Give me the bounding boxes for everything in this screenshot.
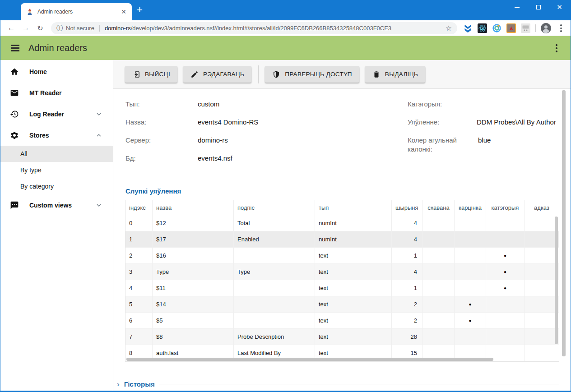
browser-menu-icon[interactable] — [557, 23, 565, 34]
bookmark-star-icon[interactable]: ☆ — [446, 24, 452, 32]
column-header: тып — [315, 200, 392, 215]
browser-tab[interactable]: Admin readers ✕ — [21, 3, 132, 20]
table-cell: Type — [234, 264, 315, 280]
sidebar-item-mt-reader[interactable]: MT Reader — [0, 82, 113, 103]
table-cell — [455, 215, 486, 231]
table-row: 6$5text2● — [125, 313, 559, 329]
extension-pdf-icon[interactable] — [506, 23, 516, 33]
gear-icon — [10, 131, 19, 140]
page-scrollbar[interactable] — [562, 90, 566, 356]
trash-icon — [372, 70, 381, 78]
url-path: /develop/dev3/adminreaders.nsf//index.ht… — [131, 25, 391, 32]
table-cell: 2 — [392, 296, 423, 312]
chevron-down-icon[interactable] — [95, 110, 103, 118]
table-cell: numInt — [315, 231, 392, 247]
table-cell — [423, 329, 455, 345]
extension-capture-icon[interactable] — [521, 23, 530, 33]
table-cell — [525, 248, 559, 263]
check-access-button[interactable]: ПРАВЕРЫЦЬ ДОСТУП — [265, 66, 359, 83]
table-vertical-scrollbar[interactable] — [555, 217, 558, 344]
exit-button[interactable]: ВЫЙСЦІ — [125, 66, 177, 83]
tab-close-icon[interactable]: ✕ — [121, 8, 126, 15]
table-header-row: індэксназваподпістыпшырынясхаванакарцінк… — [125, 200, 559, 215]
edit-button[interactable]: РЭДАГАВАЦЬ — [183, 66, 251, 83]
button-label: РЭДАГАВАЦЬ — [203, 71, 244, 78]
divider — [535, 24, 536, 32]
button-label: ВЫДАЛІЦЬ — [385, 71, 418, 78]
sidebar-subitem-label: All — [20, 150, 28, 157]
sidebar-item-label: Custom views — [29, 202, 72, 209]
sidebar-item-custom-views[interactable]: Custom views — [0, 194, 113, 216]
new-tab-button[interactable]: + — [137, 4, 143, 16]
sidebar: Home MT Reader Log Reader Stores All By … — [0, 60, 113, 391]
sidebar-subitem-by-type[interactable]: By type — [0, 162, 113, 178]
table-cell: $8 — [153, 329, 234, 345]
column-header: катэгорыя — [486, 200, 525, 215]
app-header: Admin readers — [0, 36, 571, 60]
table-row: 2$16text1● — [125, 248, 559, 264]
url-domain: domino-rs — [105, 25, 131, 32]
extension-double-chevron-icon[interactable] — [463, 23, 473, 33]
table-cell — [234, 296, 315, 312]
tab-title: Admin readers — [37, 9, 121, 15]
field-label-column-color: Колер агульнай калонкі: — [408, 136, 465, 154]
table-cell: 7 — [125, 329, 153, 345]
app-menu-icon[interactable] — [553, 42, 560, 54]
table-cell — [423, 215, 455, 231]
chevron-right-icon[interactable]: › — [117, 380, 120, 388]
main-content: Тып: custom Назва: events4 Domino-RS Сер… — [113, 89, 571, 391]
table-cell: 3 — [125, 264, 153, 280]
table-cell: $17 — [153, 231, 234, 247]
divider — [185, 191, 559, 191]
button-label: ВЫЙСЦІ — [145, 71, 170, 78]
back-icon[interactable]: ← — [5, 20, 18, 36]
info-icon[interactable]: ⓘ — [56, 24, 63, 32]
refresh-icon[interactable]: ↻ — [34, 20, 46, 36]
table-cell: text — [315, 264, 392, 280]
table-cell: Total — [234, 215, 315, 231]
table-cell: 2 — [125, 248, 153, 263]
table-cell — [455, 248, 486, 263]
chevron-down-icon[interactable] — [95, 201, 103, 209]
table-cell: text — [315, 296, 392, 312]
chat-dots-icon — [10, 201, 19, 210]
field-value-view: DDM Probes\All By Author — [477, 118, 558, 127]
table-cell — [525, 313, 559, 328]
browser-navbar: ← → ↻ ⓘ Not secure domino-rs/develop/dev… — [0, 20, 571, 36]
table-cell — [525, 296, 559, 312]
home-icon — [10, 67, 19, 76]
window-minimize-button[interactable] — [506, 0, 528, 14]
field-label-view: Уяўленне: — [408, 118, 439, 127]
hamburger-menu-icon[interactable] — [10, 43, 21, 53]
sidebar-item-home[interactable]: Home — [0, 61, 113, 82]
extension-bullseye-icon[interactable] — [492, 23, 501, 33]
sidebar-subitem-by-category[interactable]: By category — [0, 178, 113, 194]
table-row: 0$12TotalnumInt4 — [125, 215, 559, 231]
table-cell — [525, 215, 559, 231]
table-cell — [455, 231, 486, 247]
sidebar-subitem-all[interactable]: All — [0, 146, 113, 162]
forward-icon[interactable]: → — [19, 20, 32, 36]
table-cell: $16 — [153, 248, 234, 263]
extension-react-devtools-icon[interactable] — [478, 23, 487, 33]
url-bar[interactable]: ⓘ Not secure domino-rs/develop/dev3/admi… — [51, 22, 457, 34]
table-cell — [486, 215, 525, 231]
history-section-header[interactable]: › Гісторыя — [117, 380, 559, 388]
table-horizontal-scrollbar[interactable] — [126, 358, 493, 361]
table-cell: 4 — [392, 215, 423, 231]
table-cell — [423, 313, 455, 328]
table-cell: 2 — [392, 313, 423, 328]
sidebar-item-label: Stores — [29, 132, 49, 139]
table-cell: 4 — [392, 264, 423, 280]
profile-avatar[interactable] — [540, 23, 552, 34]
window-close-button[interactable]: ✕ — [549, 0, 570, 14]
sidebar-item-log-reader[interactable]: Log Reader — [0, 103, 113, 125]
window-maximize-button[interactable] — [528, 0, 549, 14]
delete-button[interactable]: ВЫДАЛІЦЬ — [365, 66, 425, 83]
sidebar-item-stores[interactable]: Stores — [0, 125, 113, 146]
url-text: domino-rs/develop/dev3/adminreaders.nsf/… — [105, 25, 442, 32]
table-cell: numInt — [315, 215, 392, 231]
chevron-up-icon[interactable] — [95, 131, 103, 139]
table-cell — [423, 248, 455, 263]
dot-indicator: ● — [486, 248, 525, 263]
